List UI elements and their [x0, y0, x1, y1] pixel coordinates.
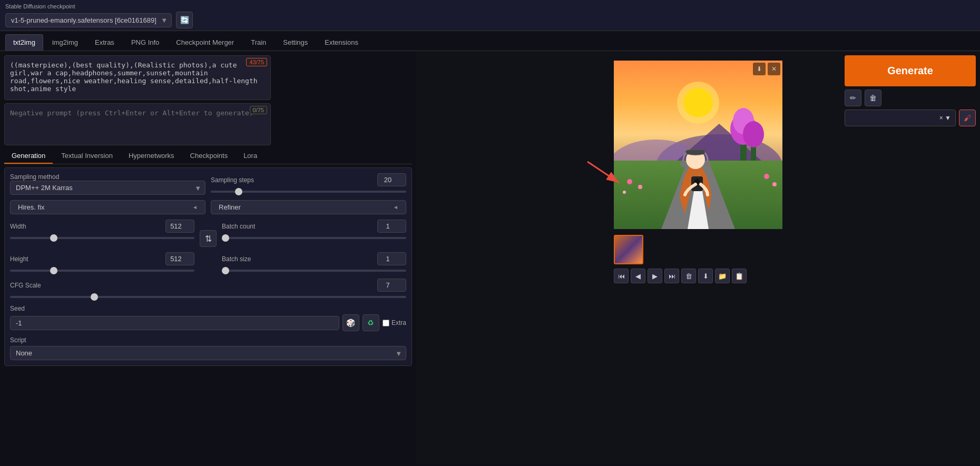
generated-image [614, 61, 782, 229]
trash-btn[interactable]: 🗑 [865, 90, 881, 106]
tab-extras[interactable]: Extras [87, 34, 122, 51]
close-image-btn[interactable]: ✕ [768, 63, 780, 75]
tab-textual-inversion[interactable]: Textual Inversion [54, 148, 120, 164]
refiner-triangle-icon: ◄ [393, 204, 398, 210]
checkpoint-select[interactable]: v1-5-pruned-emaonly.safetensors [6ce0161… [5, 13, 172, 27]
seed-row: Seed 🎲 ♻ Extra [10, 305, 406, 331]
tab-settings[interactable]: Settings [275, 34, 316, 51]
nav-clipboard-btn[interactable]: 📋 [732, 269, 747, 283]
negative-prompt-input[interactable] [5, 104, 270, 143]
style-dropdown[interactable]: × ▼ [845, 110, 956, 126]
tab-lora[interactable]: Lora [236, 148, 264, 164]
image-toolbar: ⬇ ✕ [753, 63, 780, 75]
generate-panel: Generate ✏ 🗑 × ▼ 🖌 [840, 51, 980, 131]
batch-size-slider[interactable] [222, 270, 406, 272]
nav-folder-btn[interactable]: 📁 [715, 269, 730, 283]
bottom-nav: ⏮ ◀ ▶ ⏭ 🗑 ⬇ 📁 📋 [614, 269, 782, 283]
cfg-slider[interactable] [10, 296, 406, 298]
extra-checkbox[interactable]: Extra [383, 319, 406, 326]
seed-input[interactable] [10, 316, 339, 330]
svg-point-21 [680, 161, 687, 167]
download-image-btn[interactable]: ⬇ [753, 63, 766, 75]
batch-size-input[interactable] [377, 252, 406, 265]
arrow-overlay [582, 151, 624, 193]
tab-checkpoint-merger[interactable]: Checkpoint Merger [168, 34, 242, 51]
script-label: Script [10, 336, 406, 344]
tab-pnginfo[interactable]: PNG Info [123, 34, 167, 51]
refiner-toggle[interactable]: Refiner ◄ [211, 200, 406, 214]
nav-delete-btn[interactable]: 🗑 [681, 269, 696, 283]
tab-img2img[interactable]: img2img [44, 34, 86, 51]
hires-col: Hires. fix ◄ [10, 200, 205, 214]
tab-generation[interactable]: Generation [4, 148, 53, 164]
right-panel: Generate ✏ 🗑 × ▼ 🖌 [416, 51, 980, 464]
main-content: ((masterpiece),(best quality),(Realistic… [0, 51, 980, 464]
tab-extensions[interactable]: Extensions [317, 34, 366, 51]
seed-recycle-btn[interactable]: ♻ [362, 314, 379, 331]
height-input[interactable] [165, 252, 194, 265]
positive-prompt-input[interactable]: ((masterpiece),(best quality),(Realistic… [5, 56, 270, 98]
svg-point-14 [638, 185, 642, 189]
tab-hypernetworks[interactable]: Hypernetworks [121, 148, 182, 164]
svg-rect-20 [687, 150, 704, 154]
checkpoint-refresh-btn[interactable]: 🔄 [176, 12, 193, 28]
image-display-area: ⬇ ✕ [614, 61, 782, 283]
gen-dropdown-row: × ▼ 🖌 [845, 110, 976, 126]
negative-counter: 0/75 [250, 106, 267, 114]
extra-check-input[interactable] [383, 320, 389, 326]
extra-label: Extra [391, 319, 406, 326]
svg-point-11 [743, 121, 764, 147]
sampling-method-label: Sampling method [10, 173, 205, 181]
cfg-row: CFG Scale [10, 279, 406, 300]
nav-download-btn[interactable]: ⬇ [698, 269, 713, 283]
nav-prev-btn[interactable]: ◀ [631, 269, 645, 283]
svg-point-16 [764, 174, 769, 179]
clear-icon[interactable]: × ▼ [939, 114, 951, 122]
nav-last-btn[interactable]: ⏭ [664, 269, 679, 283]
tab-checkpoints[interactable]: Checkpoints [183, 148, 236, 164]
nav-tabs: txt2img img2img Extras PNG Info Checkpoi… [0, 31, 980, 51]
gen-image-box: ⬇ ✕ [614, 61, 782, 231]
tab-txt2img[interactable]: txt2img [5, 34, 43, 51]
svg-point-13 [627, 179, 632, 184]
negative-prompt-area: 0/75 [4, 103, 271, 145]
generate-btn[interactable]: Generate [845, 55, 976, 86]
svg-line-1 [587, 162, 619, 183]
hires-fix-toggle[interactable]: Hires. fix ◄ [10, 200, 205, 214]
hires-refiner-row: Hires. fix ◄ Refiner ◄ [10, 200, 406, 214]
width-input[interactable] [165, 220, 194, 233]
seed-dice-btn[interactable]: 🎲 [342, 314, 359, 331]
nav-next-btn[interactable]: ▶ [648, 269, 662, 283]
batch-count-slider[interactable] [222, 237, 406, 239]
cfg-input[interactable] [377, 279, 406, 292]
script-select[interactable]: None [10, 346, 406, 360]
cfg-label: CFG Scale [10, 282, 68, 289]
batch-size-label: Batch size [222, 255, 280, 263]
batch-size-col: Batch size [222, 252, 406, 273]
tab-train[interactable]: Train [243, 34, 274, 51]
height-batch-size-row: Height Batch size [10, 252, 406, 273]
sampling-steps-label: Sampling steps [211, 176, 269, 184]
paint-btn[interactable]: 🖌 [959, 110, 976, 126]
svg-point-17 [772, 182, 777, 186]
thumbnail-item[interactable] [614, 235, 643, 264]
sampling-steps-slider[interactable] [211, 191, 406, 193]
nav-first-btn[interactable]: ⏮ [614, 269, 629, 283]
gen-tools-row: ✏ 🗑 [845, 90, 976, 106]
hires-fix-label: Hires. fix [18, 203, 45, 211]
height-slider[interactable] [10, 270, 194, 272]
pencil-btn[interactable]: ✏ [845, 90, 861, 106]
width-slider[interactable] [10, 237, 194, 239]
sampling-method-select[interactable]: DPM++ 2M Karras Euler a Euler [10, 181, 205, 195]
height-label: Height [10, 255, 68, 263]
sampling-steps-col: Sampling steps [211, 173, 406, 195]
batch-count-input[interactable] [377, 220, 406, 233]
refiner-label: Refiner [219, 203, 241, 211]
sampling-steps-input[interactable] [377, 173, 406, 186]
checkpoint-row: v1-5-pruned-emaonly.safetensors [6ce0161… [5, 12, 975, 28]
width-col: Width [10, 220, 194, 241]
sampling-method-col: Sampling method DPM++ 2M Karras Euler a … [10, 173, 205, 195]
swap-dimensions-btn[interactable]: ⇅ [200, 230, 217, 247]
batch-count-col: Batch count [222, 220, 406, 241]
section-tabs: Generation Textual Inversion Hypernetwor… [4, 148, 412, 164]
